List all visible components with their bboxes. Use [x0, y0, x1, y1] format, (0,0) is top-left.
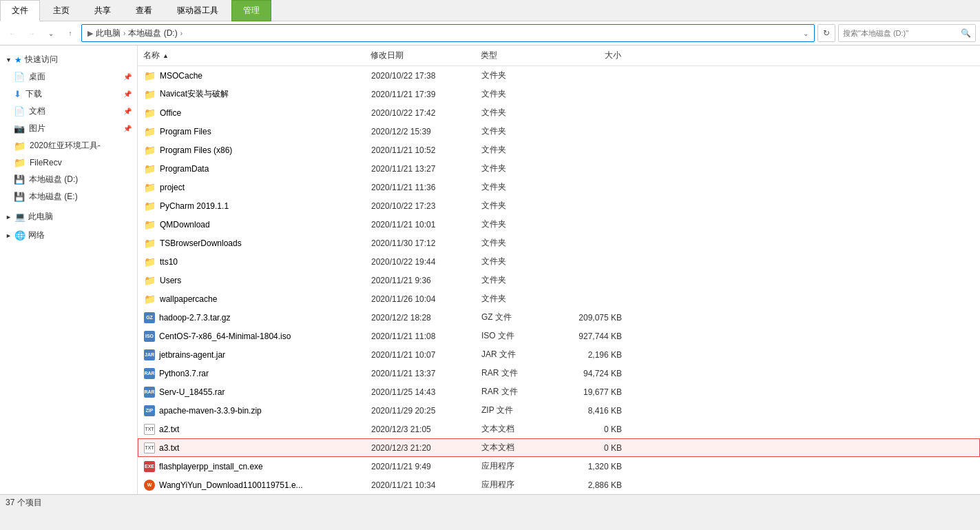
- table-row[interactable]: EXE flashplayerpp_install_cn.exe 2020/11…: [138, 457, 980, 476]
- file-name-cell: 📁 PyCharm 2019.1.1: [138, 199, 366, 213]
- sidebar-2020-label: 2020红亚环境工具-: [30, 140, 101, 152]
- file-type-cell: 应用程序: [476, 459, 559, 473]
- file-name: hadoop-2.7.3.tar.gz: [159, 313, 230, 323]
- search-box[interactable]: 🔍: [838, 24, 976, 42]
- file-size-cell: [559, 93, 627, 96]
- address-box[interactable]: ▶ 此电脑 › 本地磁盘 (D:) › ⌄: [81, 24, 815, 42]
- up-button[interactable]: ↑: [62, 25, 79, 41]
- table-row[interactable]: JAR jetbrains-agent.jar 2020/11/21 10:07…: [138, 345, 980, 364]
- sidebar-item-2020[interactable]: 📁 2020红亚环境工具-: [0, 137, 137, 154]
- tab-share[interactable]: 共享: [83, 0, 123, 21]
- folder-icon: 📁: [144, 201, 156, 212]
- sidebar-item-download[interactable]: ⬇ 下载 📌: [0, 85, 137, 103]
- file-type-cell: 文件夹: [476, 217, 559, 232]
- table-row[interactable]: 📁 tts10 2020/10/22 19:44 文件夹: [138, 252, 980, 271]
- sidebar-this-pc[interactable]: ► 💻 此电脑: [0, 208, 137, 225]
- table-row[interactable]: 📁 Office 2020/10/22 17:42 文件夹: [138, 103, 980, 122]
- sidebar-network[interactable]: ► 🌐 网络: [0, 227, 137, 244]
- ribbon-tab-bar: 文件 主页 共享 查看 驱动器工具 管理: [0, 0, 980, 21]
- sidebar-quick-access[interactable]: ▼ ★ 快速访问: [0, 51, 137, 68]
- file-type-cell: 文本文档: [476, 422, 559, 436]
- sidebar-item-drive-e[interactable]: 💾 本地磁盘 (E:): [0, 188, 137, 205]
- table-row[interactable]: ISO CentOS-7-x86_64-Minimal-1804.iso 202…: [138, 327, 980, 345]
- table-row[interactable]: 📁 Users 2020/11/21 9:36 文件夹: [138, 271, 980, 289]
- quick-access-label: 快速访问: [25, 54, 58, 65]
- file-name: QMDownload: [160, 220, 210, 230]
- back-button[interactable]: ←: [4, 25, 21, 41]
- table-row[interactable]: 📁 Program Files (x86) 2020/11/21 10:52 文…: [138, 141, 980, 159]
- table-row[interactable]: 📁 Navicat安装与破解 2020/11/21 17:39 文件夹: [138, 85, 980, 103]
- file-name-cell: 📁 ProgramData: [138, 162, 366, 176]
- table-row[interactable]: 📁 QMDownload 2020/11/21 10:01 文件夹: [138, 215, 980, 234]
- file-type-cell: 文件夹: [476, 143, 559, 157]
- column-header-size[interactable]: 大小: [558, 48, 627, 63]
- table-row[interactable]: W WangYiYun_Download1100119751.e... 2020…: [138, 476, 980, 494]
- file-type-cell: 文件夹: [476, 87, 559, 101]
- file-type-cell: 文件夹: [476, 254, 559, 269]
- forward-button[interactable]: →: [23, 25, 40, 41]
- sidebar-drive-d-label: 本地磁盘 (D:): [29, 174, 78, 185]
- file-date-cell: 2020/11/21 10:01: [366, 218, 476, 231]
- file-date-cell: 2020/12/2 18:28: [366, 312, 476, 324]
- table-row[interactable]: 📁 MSOCache 2020/10/22 17:38 文件夹: [138, 66, 980, 85]
- sidebar-item-pictures[interactable]: 📷 图片 📌: [0, 120, 137, 137]
- file-name: CentOS-7-x86_64-Minimal-1804.iso: [159, 332, 291, 341]
- tab-manage[interactable]: 管理: [231, 0, 271, 21]
- table-row[interactable]: TXT a3.txt 2020/12/3 21:20 文本文档 0 KB: [138, 438, 980, 457]
- recent-locations-button[interactable]: ⌄: [43, 25, 59, 41]
- address-chevron-down[interactable]: ⌄: [803, 30, 809, 37]
- pictures-folder-icon: 📷: [14, 123, 25, 134]
- zip-icon: ZIP: [144, 405, 155, 416]
- download-folder-icon: ⬇: [14, 89, 21, 99]
- table-row[interactable]: 📁 TSBrowserDownloads 2020/11/30 17:12 文件…: [138, 234, 980, 252]
- table-row[interactable]: 📁 ProgramData 2020/11/21 13:27 文件夹: [138, 159, 980, 178]
- sidebar-item-drive-d[interactable]: 💾 本地磁盘 (D:): [0, 171, 137, 188]
- file-date-cell: 2020/12/3 21:05: [366, 423, 476, 436]
- address-arrow-1: ›: [123, 30, 125, 37]
- file-type-cell: JAR 文件: [476, 347, 559, 362]
- file-name-cell: RAR Python3.7.rar: [138, 367, 366, 380]
- file-type-cell: 文件夹: [476, 161, 559, 176]
- folder-icon: 📁: [144, 219, 156, 230]
- folder-icon: 📁: [144, 108, 156, 119]
- file-date-cell: 2020/11/21 9:49: [366, 460, 476, 473]
- file-date-cell: 2020/11/21 11:08: [366, 330, 476, 343]
- file-type-cell: ISO 文件: [476, 329, 559, 343]
- sidebar-item-docs[interactable]: 📄 文档 📌: [0, 103, 137, 120]
- sort-asc-icon: ▲: [163, 52, 169, 59]
- column-header-name[interactable]: 名称 ▲: [138, 48, 365, 63]
- column-header-date[interactable]: 修改日期: [365, 48, 475, 63]
- file-name-cell: ISO CentOS-7-x86_64-Minimal-1804.iso: [138, 329, 366, 343]
- table-row[interactable]: 📁 PyCharm 2019.1.1 2020/10/22 17:23 文件夹: [138, 196, 980, 215]
- this-pc-label: 此电脑: [28, 211, 53, 223]
- file-name-cell: JAR jetbrains-agent.jar: [138, 348, 366, 362]
- table-row[interactable]: ZIP apache-maven-3.3.9-bin.zip 2020/11/2…: [138, 401, 980, 420]
- folder-icon: 📁: [144, 256, 156, 267]
- refresh-button[interactable]: ↻: [817, 24, 835, 42]
- file-name-cell: EXE flashplayerpp_install_cn.exe: [138, 460, 366, 473]
- sidebar-item-filerecv[interactable]: 📁 FileRecv: [0, 154, 137, 171]
- table-row[interactable]: 📁 Program Files 2020/12/2 15:39 文件夹: [138, 122, 980, 141]
- file-name: apache-maven-3.3.9-bin.zip: [159, 406, 262, 416]
- column-header-type[interactable]: 类型: [475, 48, 558, 63]
- main-layout: ▼ ★ 快速访问 📄 桌面 📌 ⬇ 下载 📌 📄 文档 📌 📷 图片 📌 📁 2…: [0, 45, 980, 494]
- tab-file[interactable]: 文件: [0, 0, 40, 21]
- address-segment-pc[interactable]: ▶: [87, 29, 93, 38]
- table-row[interactable]: RAR Python3.7.rar 2020/11/21 13:37 RAR 文…: [138, 364, 980, 383]
- tab-drive-tools[interactable]: 驱动器工具: [165, 0, 230, 21]
- table-row[interactable]: 📁 project 2020/11/21 11:36 文件夹: [138, 178, 980, 196]
- file-name-cell: W WangYiYun_Download1100119751.e...: [138, 478, 366, 492]
- file-name-cell: 📁 project: [138, 181, 366, 194]
- table-row[interactable]: GZ hadoop-2.7.3.tar.gz 2020/12/2 18:28 G…: [138, 308, 980, 327]
- table-row[interactable]: 📁 wallpapercache 2020/11/26 10:04 文件夹: [138, 289, 980, 308]
- table-row[interactable]: RAR Serv-U_18455.rar 2020/11/25 14:43 RA…: [138, 383, 980, 401]
- pin-icon-docs: 📌: [123, 108, 132, 115]
- search-input[interactable]: [843, 29, 958, 37]
- exe2-icon: W: [144, 480, 155, 491]
- table-row[interactable]: TXT a2.txt 2020/12/3 21:05 文本文档 0 KB: [138, 420, 980, 438]
- tab-view[interactable]: 查看: [124, 0, 164, 21]
- tab-home[interactable]: 主页: [41, 0, 81, 21]
- folder-icon: 📁: [144, 294, 156, 305]
- sidebar-item-desktop[interactable]: 📄 桌面 📌: [0, 68, 137, 85]
- file-name: Office: [160, 108, 181, 118]
